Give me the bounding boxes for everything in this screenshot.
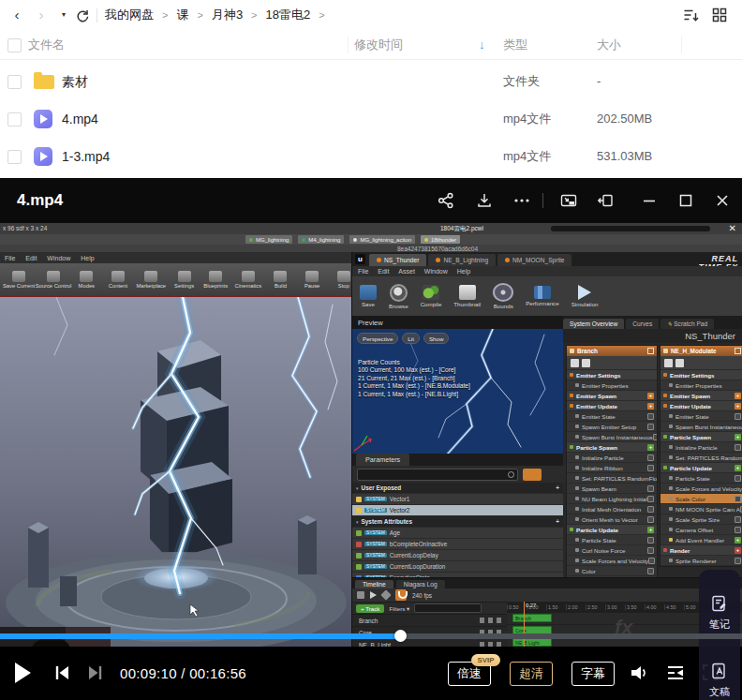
niagara-window: NS_Thunder NE_B_Lightning NM_MOON_Sprite… (351, 252, 742, 647)
stack-module-row: NU Beam Lightning Initial (567, 494, 657, 504)
particle-count-line: 100 Current, 100 Max (est.) - [Core] (358, 366, 470, 374)
next-icon[interactable] (86, 663, 105, 682)
module-badge (647, 506, 654, 513)
parameter-row: User Exposed + (352, 483, 563, 494)
file-name[interactable]: 1-3.mp4 (62, 138, 110, 175)
tab-label: MG_lightning (256, 237, 289, 243)
seek-bar[interactable] (0, 633, 742, 639)
breadcrumb-item[interactable]: 课 (176, 7, 211, 23)
tab-scratch-pad: ✎Scratch Pad (660, 319, 714, 329)
popout-window-icon[interactable] (596, 191, 615, 210)
transcript-button[interactable]: 文稿 (709, 662, 730, 699)
breadcrumb-item[interactable]: 18雷电2 (266, 7, 334, 23)
performance-button: Performance (526, 286, 558, 306)
select-all-checkbox[interactable] (7, 38, 22, 52)
divider (348, 37, 349, 53)
module-icon (669, 486, 673, 490)
module-label: Spawn Burst Instantaneous (582, 434, 653, 440)
module-label: Emitter Settings (576, 372, 620, 379)
download-icon[interactable] (475, 191, 494, 210)
module-icon (669, 445, 673, 449)
emitter-thumbnail-row (567, 356, 657, 370)
play-icon[interactable] (15, 663, 32, 683)
file-row[interactable]: 1-3.mp4 mp4文件 531.03MB (0, 138, 742, 175)
module-icon (575, 383, 579, 387)
module-badge (647, 568, 654, 574)
file-list-header: 文件名 修改时间 ↓ 类型 大小 (0, 31, 742, 60)
more-options-icon[interactable] (512, 191, 531, 210)
breadcrumb-item[interactable]: 我的网盘 (105, 7, 176, 23)
volume-icon[interactable] (630, 663, 650, 682)
asset-dot-icon (436, 258, 440, 262)
module-badge (647, 496, 654, 502)
column-modified[interactable]: 修改时间 (354, 31, 403, 59)
forward-button[interactable]: › (32, 0, 51, 30)
file-name[interactable]: 4.mp4 (62, 100, 98, 138)
player-controls: 00:09:10 / 00:16:56 倍速 SVIP 超清 字幕 (0, 647, 742, 700)
quality-button[interactable]: 超清 (510, 662, 553, 686)
sort-icon[interactable] (682, 7, 700, 24)
row-checkbox[interactable] (7, 75, 22, 89)
minimize-icon[interactable] (640, 191, 659, 210)
module-icon (663, 548, 667, 552)
column-size[interactable]: 大小 (597, 31, 621, 59)
stack-module-row: Spawn Beam (567, 484, 657, 494)
notes-button[interactable]: 笔记 (709, 594, 730, 632)
module-label: Camera Offset (675, 527, 713, 533)
breadcrumb-item[interactable]: 月神3 (212, 7, 266, 23)
module-label: Emitter Properties (675, 382, 722, 389)
toolbar-button-label: Save Current (3, 283, 35, 289)
toolbar-button: Blueprints (203, 271, 229, 289)
file-list: 素材 文件夹 - 4.mp4 mp4文件 202.50MB 1-3.mp4 mp… (0, 63, 742, 175)
row-checkbox[interactable] (7, 150, 22, 164)
back-button[interactable]: ‹ (7, 0, 26, 30)
niagara-menu-bar: FileEditAssetWindowHelp (352, 266, 742, 276)
save-button: Save (360, 285, 377, 307)
refresh-icon[interactable] (75, 7, 90, 22)
editor-tab: M4_lightning (298, 235, 344, 244)
module-icon (570, 373, 573, 377)
module-badge (735, 547, 741, 554)
subtitles-button[interactable]: 字幕 (571, 662, 615, 686)
module-badge (735, 444, 741, 451)
ruler-tick-label: 3.00 (605, 604, 625, 610)
close-icon[interactable] (713, 191, 732, 210)
recording-close-icon: ✕ (729, 223, 736, 234)
seek-bar-knob[interactable] (394, 630, 407, 642)
module-label: Emitter State (582, 413, 616, 420)
module-label: Emitter State (675, 413, 709, 420)
module-badge (647, 465, 654, 471)
row-checkbox[interactable] (7, 112, 22, 127)
column-type[interactable]: 类型 (503, 31, 527, 59)
toolbar-button: Settings (171, 271, 197, 289)
video-frame[interactable]: x 96 sdf x 3 x 24 1804雷电2.pcwl ✕ MG_ligh… (0, 223, 742, 647)
stack-module-row: Scale Forces and Velocity (660, 484, 742, 494)
file-name[interactable]: 素材 (62, 63, 88, 100)
emitter-stack: Emitter Settings Emitter Properties (660, 370, 742, 566)
picture-in-picture-icon[interactable] (559, 191, 578, 210)
niagara-toolbar: Save Browse Compile Thumbnail Bounds Per… (352, 276, 742, 317)
level-viewport (0, 297, 351, 647)
compile-button: Compile (421, 285, 442, 307)
module-label: Emitter Update (670, 403, 711, 410)
parameters-search-row (352, 466, 568, 483)
maximize-icon[interactable] (676, 191, 695, 210)
column-name[interactable]: 文件名 (28, 31, 65, 59)
share-icon[interactable] (437, 191, 455, 210)
toolbar-button-icon (47, 271, 60, 282)
timeline-toolbar: 240 fps (352, 588, 742, 603)
file-row[interactable]: 4.mp4 mp4文件 202.50MB (0, 100, 742, 138)
module-badge (648, 558, 655, 564)
file-row[interactable]: 素材 文件夹 - (0, 63, 742, 100)
history-dropdown-icon[interactable]: ▾ (54, 0, 73, 30)
playlist-icon[interactable] (665, 663, 686, 682)
previous-icon[interactable] (52, 663, 71, 682)
sort-desc-icon[interactable]: ↓ (479, 37, 485, 52)
module-icon (669, 476, 673, 480)
grid-view-icon[interactable] (711, 7, 728, 23)
time-display: 00:09:10 / 00:16:56 (120, 647, 246, 700)
niagara-asset-tab: NS_Thunder (369, 254, 426, 266)
editor-tab: 18thunder (421, 235, 460, 244)
module-icon (663, 435, 667, 439)
stack-module-row: Emitter Spawn (567, 391, 657, 401)
